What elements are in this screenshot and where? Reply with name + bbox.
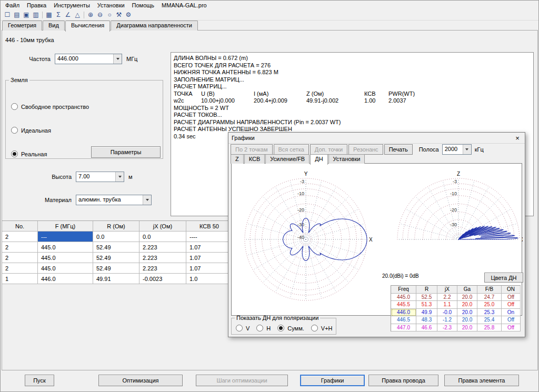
freq-cell[interactable]: -2.3 <box>437 324 457 332</box>
sum-icon[interactable]: Σ <box>54 11 63 19</box>
freq-cell[interactable]: 48.3 <box>416 316 437 324</box>
radio-icon[interactable] <box>11 103 18 110</box>
freq-cell[interactable]: 1.1 <box>437 301 457 309</box>
menu-item-0[interactable]: Файл <box>2 2 23 9</box>
radio-icon[interactable] <box>277 325 284 331</box>
results-cell[interactable]: 445.0 <box>38 263 93 274</box>
bottom-button-4[interactable]: Правка провода <box>368 375 438 386</box>
polarization-option-0[interactable]: V <box>236 325 249 331</box>
results-cell[interactable]: 52.49 <box>93 263 139 274</box>
dialog-button-4[interactable]: Печать <box>384 144 413 155</box>
results-cell[interactable]: 1.07 <box>186 242 233 253</box>
results-cell[interactable]: -0.0023 <box>139 274 186 284</box>
results-cell[interactable]: 2.223 <box>139 242 186 253</box>
radio-icon[interactable] <box>236 325 243 331</box>
radio-icon[interactable] <box>11 127 18 134</box>
chevron-down-icon[interactable] <box>143 195 151 205</box>
results-cell[interactable]: 2 <box>2 242 38 253</box>
menu-item-5[interactable]: MMANA-GAL.pro <box>158 2 211 9</box>
results-cell[interactable]: 1 <box>2 274 38 284</box>
freq-cell[interactable]: 445.5 <box>391 301 416 309</box>
freq-cell[interactable]: 46.6 <box>416 324 437 332</box>
menu-item-3[interactable]: Установки <box>94 2 128 9</box>
table-icon[interactable]: ▦ <box>44 11 54 19</box>
results-cell[interactable]: 2 <box>2 232 38 242</box>
band-combo[interactable]: 2000 <box>442 144 472 155</box>
bottom-button-3[interactable]: Графики <box>300 375 365 386</box>
freq-cell[interactable]: 49.9 <box>416 309 437 317</box>
freq-cell[interactable]: 445.0 <box>391 294 416 301</box>
chevron-down-icon[interactable] <box>115 172 124 182</box>
ground-option-1[interactable]: Идеальная <box>11 127 163 134</box>
dialog-tab-2[interactable]: Усиление/FB <box>265 154 310 164</box>
results-cell[interactable]: 1.07 <box>186 253 233 263</box>
material-combo[interactable]: алюмин. трубка <box>76 195 152 205</box>
freq-cell[interactable]: Off <box>502 316 521 324</box>
results-cell[interactable]: --- <box>38 232 93 242</box>
freq-cell[interactable]: 25.3 <box>477 309 502 317</box>
freq-cell[interactable]: 24.7 <box>477 294 502 301</box>
results-cell[interactable]: 0.0 <box>139 232 186 242</box>
tab-3[interactable]: Диаграмма направленности <box>111 21 198 31</box>
bottom-button-0[interactable]: Пуск <box>25 375 54 386</box>
radio-icon[interactable] <box>11 150 18 157</box>
results-cell[interactable]: 445.0 <box>38 253 93 263</box>
results-cell[interactable]: 2 <box>2 263 38 274</box>
height-combo[interactable]: 7.00 <box>76 172 124 182</box>
results-cell[interactable]: 1.0 <box>186 274 233 284</box>
menu-item-1[interactable]: Правка <box>23 2 50 9</box>
angle-icon[interactable]: ∠ <box>63 11 73 19</box>
freq-cell[interactable]: 25.8 <box>477 324 502 332</box>
freq-cell[interactable]: 25.4 <box>477 316 502 324</box>
freq-cell[interactable]: 20.0 <box>457 294 477 301</box>
dialog-tab-1[interactable]: КСВ <box>244 154 265 164</box>
new-file-icon[interactable]: ☐ <box>3 11 12 19</box>
tools-icon[interactable]: ⚒ <box>114 11 124 19</box>
open-file-icon[interactable]: ▤ <box>12 11 22 19</box>
freq-cell[interactable]: 20.0 <box>457 324 477 332</box>
results-cell[interactable]: 2.223 <box>139 253 186 263</box>
close-icon[interactable]: × <box>513 134 522 142</box>
freq-cell[interactable]: 20.0 <box>457 309 477 317</box>
tab-2[interactable]: Вычисления <box>65 21 110 32</box>
radio-icon[interactable] <box>256 325 263 331</box>
freq-cell[interactable]: 447.0 <box>391 324 416 332</box>
bottom-button-1[interactable]: Оптимизация <box>98 375 183 386</box>
results-cell[interactable]: 52.49 <box>93 253 139 263</box>
print-icon[interactable]: ▥ <box>31 11 41 19</box>
freq-cell[interactable]: Off <box>502 294 521 301</box>
polarization-option-2[interactable]: Сумм. <box>277 325 304 331</box>
results-cell[interactable]: 52.49 <box>93 242 139 253</box>
dialog-tab-0[interactable]: Z <box>231 154 244 164</box>
results-cell[interactable]: 445.0 <box>38 242 93 253</box>
freq-cell[interactable]: On <box>502 309 521 317</box>
circle-icon[interactable]: ○ <box>105 11 114 19</box>
triangle-icon[interactable]: △ <box>73 11 82 19</box>
freq-cell[interactable]: Off <box>502 324 521 332</box>
results-cell[interactable]: 49.91 <box>93 274 139 284</box>
results-cell[interactable]: ---- <box>186 232 233 242</box>
save-icon[interactable]: ▣ <box>22 11 31 19</box>
settings-icon[interactable]: ⚙ <box>124 11 133 19</box>
freq-cell[interactable]: 51.3 <box>416 301 437 309</box>
results-cell[interactable]: 0.0 <box>93 232 139 242</box>
freq-cell[interactable]: 20.0 <box>457 301 477 309</box>
freq-cell[interactable]: Off <box>502 301 521 309</box>
results-cell[interactable]: 2 <box>2 253 38 263</box>
dialog-title-bar[interactable]: Графики × <box>228 133 525 144</box>
freq-cell[interactable]: 446.5 <box>391 316 416 324</box>
zoom-out-icon[interactable]: ⊖ <box>95 11 105 19</box>
dialog-tab-4[interactable]: Установки <box>328 154 365 164</box>
bottom-button-5[interactable]: Правка элемента <box>444 375 519 386</box>
menu-item-4[interactable]: Помощь <box>128 2 158 9</box>
freq-cell[interactable]: 25.0 <box>477 301 502 309</box>
freq-cell[interactable]: 446.0 <box>391 309 416 317</box>
ground-option-0[interactable]: Свободное пространство <box>11 103 163 110</box>
freq-cell[interactable]: -1.2 <box>437 316 457 324</box>
freq-cell[interactable]: 20.0 <box>457 316 477 324</box>
radio-icon[interactable] <box>311 325 318 331</box>
dialog-tab-3[interactable]: ДН <box>310 154 327 165</box>
tab-1[interactable]: Вид <box>43 21 65 31</box>
freq-cell[interactable]: -0.0 <box>437 309 457 317</box>
freq-cell[interactable]: 52.5 <box>416 294 437 301</box>
